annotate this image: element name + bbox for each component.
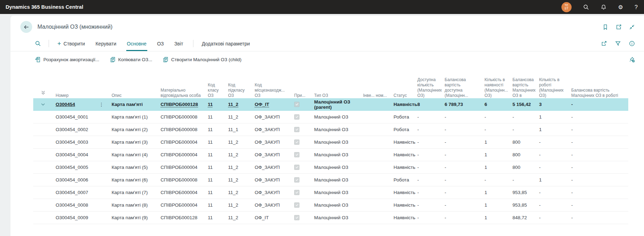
row-number-link[interactable]: O300454 bbox=[56, 102, 75, 107]
column-header-location[interactable]: Код місцезнаходж... ОЗ bbox=[252, 83, 291, 98]
table-row[interactable]: O300454_0005Карта пам'яті (5)СПІВРОБ0000… bbox=[33, 161, 628, 174]
cell-fa_subclass[interactable]: 11_2 bbox=[225, 202, 252, 208]
cell-avail_value[interactable]: - bbox=[442, 165, 482, 170]
attached-checkbox[interactable] bbox=[294, 177, 299, 183]
cell-description[interactable]: Карта пам'яті (4) bbox=[109, 152, 158, 157]
row-number-link[interactable]: O300454_0002 bbox=[56, 127, 88, 132]
cell-attached[interactable] bbox=[291, 140, 311, 145]
cell-fa_class[interactable]: 11 bbox=[205, 177, 225, 183]
cell-avail_qty[interactable]: - bbox=[415, 127, 442, 132]
column-header-avail_value[interactable]: Балансова вартість доступна (Малоцінн... bbox=[442, 77, 482, 98]
attached-checkbox[interactable] bbox=[294, 140, 299, 145]
menu-item-report[interactable]: Звіт bbox=[174, 36, 184, 51]
cell-fa_subclass[interactable]: 11_1 bbox=[225, 127, 252, 132]
cell-inwork_qty[interactable]: - bbox=[536, 152, 568, 157]
cell-fa_subclass[interactable]: 11_2 bbox=[225, 140, 252, 145]
cell-fa_type[interactable]: Малоцінний ОЗ bbox=[311, 165, 360, 170]
column-header-inwork_value[interactable]: Балансова вартість Малоцінних ОЗ в робот… bbox=[568, 88, 628, 98]
row-number-link[interactable]: O300454_0005 bbox=[56, 165, 88, 170]
cell-onhand_qty[interactable]: 1 bbox=[482, 215, 510, 220]
cell-number[interactable]: O300454_0007 bbox=[53, 190, 109, 195]
cell-attached[interactable] bbox=[291, 165, 311, 170]
cell-onhand_qty[interactable]: - bbox=[482, 127, 510, 132]
open-in-new-window-icon[interactable] bbox=[616, 24, 622, 30]
menu-item-manage[interactable]: Керувати bbox=[95, 36, 117, 51]
cell-inwork_qty[interactable]: 3 bbox=[536, 102, 568, 107]
cell-inwork_qty[interactable]: - bbox=[536, 215, 568, 220]
cell-person[interactable]: СПІВРОБ000004 bbox=[158, 165, 205, 170]
menu-item-main[interactable]: Основне bbox=[126, 36, 147, 51]
cell-onhand_qty[interactable]: 1 bbox=[482, 152, 510, 157]
cell-fa_subclass[interactable]: 11_2 bbox=[225, 190, 252, 195]
action-create-child[interactable]: Створити Малоцінний ОЗ (child) bbox=[163, 57, 241, 63]
cell-person[interactable]: СПІВРОБ000004 bbox=[158, 190, 205, 195]
cell-onhand_value[interactable]: - bbox=[510, 127, 536, 132]
cell-avail_value[interactable]: 6 789,73 bbox=[442, 102, 482, 107]
list-search-icon[interactable] bbox=[35, 36, 41, 51]
cell-person[interactable]: СПІВРОБ000008 bbox=[158, 114, 205, 120]
cell-fa_class[interactable]: 11 bbox=[205, 152, 225, 157]
cell-location[interactable]: ОФ_ЗАКУП bbox=[252, 114, 291, 120]
attached-checkbox[interactable] bbox=[294, 215, 299, 220]
attached-checkbox[interactable] bbox=[294, 114, 299, 120]
row-number-link[interactable]: O300454_0008 bbox=[56, 202, 88, 208]
chevron-down-icon[interactable] bbox=[41, 102, 45, 107]
cell-attached[interactable] bbox=[291, 190, 311, 195]
cell-location[interactable]: ОФ_ЗАКУП bbox=[252, 140, 291, 145]
cell-avail_value[interactable]: - bbox=[442, 127, 482, 132]
cell-fa_type[interactable]: Малоцінний ОЗ bbox=[311, 190, 360, 195]
column-header-person[interactable]: Матеріально відповідальна особа bbox=[158, 88, 205, 98]
cell-avail_value[interactable]: - bbox=[442, 114, 482, 120]
column-header-number[interactable]: Номер bbox=[53, 93, 109, 98]
cell-status[interactable]: Наявність bbox=[391, 152, 415, 157]
cell-avail_qty[interactable]: - bbox=[415, 140, 442, 145]
attached-checkbox[interactable] bbox=[294, 165, 299, 170]
row-number-link[interactable]: O300454_0009 bbox=[56, 215, 88, 220]
share-icon[interactable] bbox=[601, 41, 607, 47]
cell-inwork_value[interactable]: - bbox=[568, 215, 628, 220]
table-row[interactable]: O300454⋮Карта пам'ятіСПІВРОБ0001281111_2… bbox=[33, 98, 628, 111]
cell-avail_qty[interactable]: - bbox=[415, 202, 442, 208]
filter-icon[interactable] bbox=[615, 41, 621, 47]
cell-fa_class[interactable]: 11 bbox=[205, 140, 225, 145]
cell-onhand_value[interactable]: 5 156,42 bbox=[510, 102, 536, 107]
cell-description[interactable]: Карта пам'яті (9) bbox=[109, 215, 158, 220]
cell-fa_subclass[interactable]: 11_2 bbox=[225, 152, 252, 157]
cell-status[interactable]: Наявність bbox=[391, 140, 415, 145]
cell-onhand_value[interactable]: 953,85 bbox=[510, 190, 536, 195]
cell-onhand_value[interactable]: - bbox=[510, 114, 536, 120]
cell-location[interactable]: ОФ_ЗАКУП bbox=[252, 127, 291, 132]
attached-checkbox[interactable] bbox=[294, 190, 299, 195]
cell-fa_subclass[interactable]: 11_2 bbox=[225, 165, 252, 170]
cell-inwork_qty[interactable]: 1 bbox=[536, 177, 568, 183]
back-button[interactable] bbox=[20, 21, 32, 33]
cell-onhand_value[interactable]: 800 bbox=[510, 140, 536, 145]
cell-description[interactable]: Карта пам'яті bbox=[109, 102, 158, 107]
unpin-icon[interactable] bbox=[629, 57, 635, 63]
cell-description[interactable]: Карта пам'яті (5) bbox=[109, 165, 158, 170]
cell-fa_type[interactable]: Малоцінний ОЗ bbox=[311, 215, 360, 220]
cell-description[interactable]: Карта пам'яті (7) bbox=[109, 190, 158, 195]
cell-description[interactable]: Карта пам'яті (2) bbox=[109, 127, 158, 132]
cell-fa_class[interactable]: 11 bbox=[205, 215, 225, 220]
notifications-icon[interactable] bbox=[601, 4, 607, 10]
cell-person[interactable]: СПІВРОБ000128 bbox=[158, 215, 205, 220]
column-header-fa_subclass[interactable]: Код підкласу ОЗ bbox=[225, 83, 252, 98]
cell-number[interactable]: O300454_0006 bbox=[53, 177, 109, 183]
cell-status[interactable]: Наявність bbox=[391, 102, 415, 107]
cell-person[interactable]: СПІВРОБ000008 bbox=[158, 177, 205, 183]
cell-onhand_qty[interactable]: 1 bbox=[482, 165, 510, 170]
cell-onhand_qty[interactable]: 1 bbox=[482, 202, 510, 208]
cell-fa_type[interactable]: Малоцінний ОЗ bbox=[311, 152, 360, 157]
cell-avail_value[interactable]: - bbox=[442, 215, 482, 220]
cell-inwork_value[interactable]: - bbox=[568, 177, 628, 183]
cell-status[interactable]: Робота bbox=[391, 127, 415, 132]
cell-inwork_value[interactable]: - bbox=[568, 165, 628, 170]
cell-onhand_value[interactable]: 848,72 bbox=[510, 215, 536, 220]
cell-number[interactable]: O300454_0005 bbox=[53, 165, 109, 170]
cell-attached[interactable] bbox=[291, 152, 311, 158]
cell-onhand_value[interactable]: - bbox=[510, 177, 536, 183]
cell-location[interactable]: ОФ_ЗАКУП bbox=[252, 152, 291, 157]
settings-gear-icon[interactable]: ⚙ bbox=[618, 4, 623, 10]
cell-number[interactable]: O300454⋮ bbox=[53, 102, 109, 107]
